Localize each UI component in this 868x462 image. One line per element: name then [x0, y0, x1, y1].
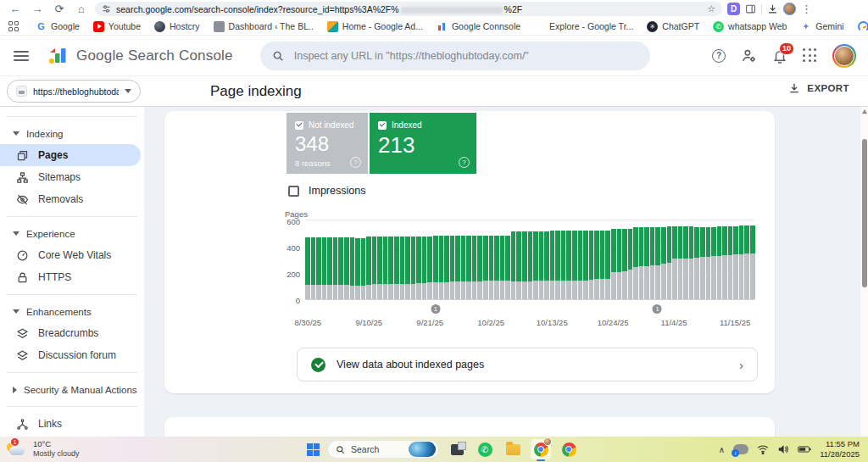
chart-bar[interactable] — [316, 237, 321, 299]
chart-bar[interactable] — [644, 227, 649, 299]
sidebar-section-security-manual-actions[interactable]: Security & Manual Actions — [0, 379, 144, 400]
chart-bar[interactable] — [733, 226, 738, 299]
chart-bar[interactable] — [622, 229, 627, 299]
chart-bar[interactable] — [650, 227, 655, 299]
milestone-marker[interactable]: 1 — [653, 304, 662, 314]
chart-bar[interactable] — [750, 225, 755, 299]
chart-bar[interactable] — [461, 236, 466, 299]
chart-bar[interactable] — [739, 225, 744, 299]
chart-bar[interactable] — [700, 227, 705, 299]
sidebar-item-sitemaps[interactable]: Sitemaps — [0, 166, 141, 188]
chart-bar[interactable] — [655, 227, 660, 299]
bookmark-item[interactable]: Gemini — [800, 21, 843, 32]
bookmark-item[interactable]: Hostcry — [154, 21, 200, 32]
chart-bar[interactable] — [361, 238, 366, 299]
taskbar-search[interactable]: Search — [327, 440, 439, 459]
chart-bar[interactable] — [455, 236, 460, 299]
chart-bar[interactable] — [422, 237, 427, 299]
chart-bar[interactable] — [678, 226, 683, 299]
tracking-protection-icon[interactable] — [102, 4, 111, 14]
chart-bar[interactable] — [583, 231, 588, 299]
view-indexed-data-row[interactable]: View data about indexed pages › — [297, 348, 758, 381]
chart-bar[interactable] — [555, 231, 560, 299]
help-icon[interactable]: ? — [350, 157, 361, 168]
start-button-icon[interactable] — [307, 443, 320, 456]
chart-bar[interactable] — [350, 237, 355, 299]
chart-bar[interactable] — [333, 237, 338, 299]
chart-bar[interactable] — [633, 227, 638, 299]
chart-bar[interactable] — [689, 226, 694, 299]
file-explorer-icon[interactable] — [503, 439, 523, 459]
sidebar-section-experience[interactable]: Experience — [0, 223, 144, 244]
chart-bar[interactable] — [706, 227, 711, 299]
indexed-chip[interactable]: Indexed 213 ? — [370, 113, 476, 174]
chart-bar[interactable] — [661, 227, 666, 299]
chart-bar[interactable] — [516, 231, 521, 299]
chart-bar[interactable] — [388, 237, 393, 299]
search-console-logo-icon[interactable] — [47, 45, 70, 67]
search-highlight-image[interactable] — [409, 442, 436, 457]
chart-bar[interactable] — [511, 231, 516, 299]
chart-bar[interactable] — [561, 231, 566, 299]
chart-bar[interactable] — [311, 237, 316, 299]
chart-bar[interactable] — [711, 227, 716, 299]
scrollbar[interactable] — [860, 107, 868, 437]
downloads-icon[interactable] — [767, 3, 778, 14]
chart-bar[interactable] — [344, 237, 349, 299]
sidebar-item-https[interactable]: HTTPS — [0, 266, 141, 288]
chart-bar[interactable] — [494, 236, 499, 299]
bookmark-item[interactable]: Home - Google Ad... — [327, 21, 423, 32]
help-icon[interactable]: ? — [712, 49, 726, 63]
chart-bar[interactable] — [483, 236, 488, 299]
chart-bar[interactable] — [377, 237, 382, 299]
chart-bar[interactable] — [500, 236, 505, 299]
chart-bar[interactable] — [717, 226, 722, 299]
chart-bar[interactable] — [489, 236, 494, 299]
bookmark-item[interactable]: Dashboard ‹ The BL.. — [214, 21, 314, 32]
bookmark-star-icon[interactable]: ☆ — [707, 3, 715, 14]
chart-bar[interactable] — [522, 231, 527, 299]
checkbox-checked-icon[interactable] — [378, 121, 387, 130]
whatsapp-app-icon[interactable]: ✆ — [475, 439, 495, 459]
chart-bar[interactable] — [617, 229, 622, 299]
sidebar-section-enhancements[interactable]: Enhancements — [0, 301, 144, 322]
chart-bar[interactable] — [628, 229, 633, 299]
chart-bar[interactable] — [533, 231, 538, 299]
onedrive-icon[interactable]: i — [733, 444, 748, 454]
hamburger-menu-icon[interactable] — [14, 51, 29, 61]
chart-bar[interactable] — [589, 231, 594, 299]
chart-bar[interactable] — [400, 237, 405, 299]
chart-bar[interactable] — [572, 231, 577, 299]
checkbox-empty-icon[interactable] — [288, 186, 299, 197]
chart-bar[interactable] — [744, 225, 749, 299]
bookmark-item[interactable]: Google Connsole — [437, 21, 520, 32]
url-inspect-input[interactable] — [292, 49, 638, 63]
chart-bar[interactable] — [544, 231, 549, 299]
bookmark-item[interactable]: Google — [36, 21, 80, 32]
sidebar-item-core-web-vitals[interactable]: Core Web Vitals — [0, 244, 141, 266]
scrollbar-thumb[interactable] — [862, 139, 867, 287]
chart-bar[interactable] — [427, 237, 432, 299]
checkbox-checked-icon[interactable] — [295, 121, 303, 130]
chart-bar[interactable] — [578, 231, 583, 299]
notifications-bell-icon[interactable]: 10 — [772, 48, 787, 64]
chart-bar[interactable] — [405, 237, 410, 299]
sidebar-item-pages[interactable]: Pages — [0, 144, 141, 166]
chart-bar[interactable] — [322, 237, 327, 299]
chart-bar[interactable] — [433, 236, 438, 299]
url-inspect-searchbox[interactable] — [260, 42, 650, 70]
chart-bar[interactable] — [505, 236, 510, 299]
chart-bar[interactable] — [327, 237, 332, 299]
chart-bar[interactable] — [366, 237, 371, 299]
battery-icon[interactable] — [798, 445, 811, 454]
weather-widget[interactable]: 1 10°C Mostly cloudy — [7, 440, 80, 458]
chrome-active-icon[interactable] — [531, 439, 551, 459]
reload-icon[interactable]: ⟳ — [51, 1, 68, 18]
chart-bar[interactable] — [566, 231, 571, 299]
google-apps-grid-icon[interactable] — [803, 48, 817, 63]
desktop-app-icon[interactable] — [447, 439, 467, 459]
chart-bar[interactable] — [594, 231, 599, 299]
help-icon[interactable]: ? — [459, 157, 470, 168]
extension-d-icon[interactable]: D — [727, 3, 740, 15]
chart-bar[interactable] — [550, 231, 555, 299]
